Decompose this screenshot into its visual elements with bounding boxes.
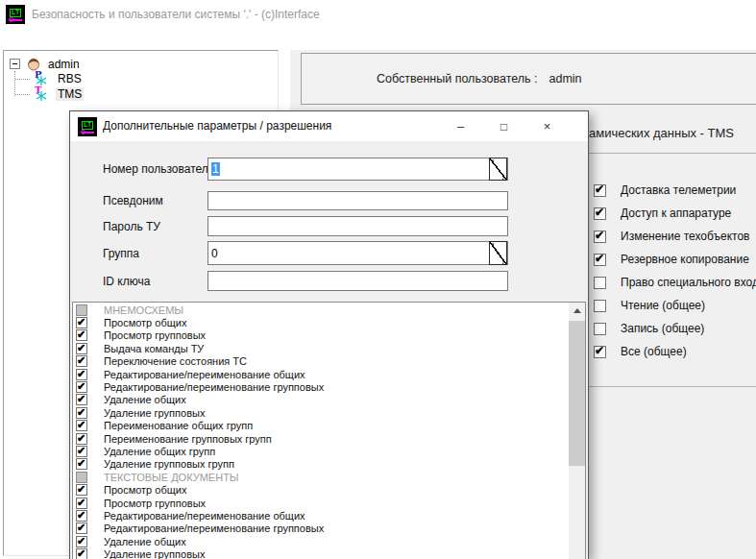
- scrollbar-up-button[interactable]: [569, 303, 585, 319]
- permission-checkbox-row[interactable]: Все (общее): [594, 340, 756, 363]
- checkbox-icon[interactable]: [76, 523, 87, 534]
- checkbox-icon[interactable]: [76, 510, 87, 522]
- field-value[interactable]: 1: [211, 162, 220, 176]
- checkbox-icon[interactable]: [594, 231, 606, 243]
- checkbox-icon[interactable]: [76, 498, 87, 509]
- permission-checkbox-row[interactable]: Право специального входа: [594, 271, 756, 294]
- spinner-up-icon[interactable]: ↑: [491, 240, 496, 250]
- tree-children: Р RBS Т TMS: [4, 71, 84, 102]
- permission-list-row[interactable]: Удаление общих: [73, 535, 569, 547]
- checkbox-icon[interactable]: [76, 458, 87, 470]
- checkbox-icon[interactable]: [76, 369, 87, 380]
- permission-list-row[interactable]: Удаление групповых: [73, 406, 569, 419]
- field-label: Группа: [103, 241, 139, 265]
- permission-list-row[interactable]: МНЕМОСХЕМЫ: [73, 304, 569, 316]
- checkbox-icon[interactable]: [76, 536, 87, 547]
- field-input[interactable]: ↑ ↓: [207, 216, 508, 236]
- checkbox-icon[interactable]: [76, 433, 87, 445]
- maximize-button[interactable]: □: [482, 111, 525, 141]
- close-button[interactable]: ×: [525, 111, 569, 141]
- permission-label: Редактирование/переименование общих: [104, 510, 305, 522]
- permissions-rows: МНЕМОСХЕМЫ Просмотр общих Просмотр групп…: [73, 304, 569, 559]
- permission-list-row[interactable]: ТЕКСТОВЫЕ ДОКУМЕНТЫ: [73, 471, 569, 483]
- checkbox-icon[interactable]: [594, 254, 606, 266]
- permission-checkbox-row[interactable]: Изменение техобъектов: [594, 225, 756, 248]
- dialog-field-row: ID ключа ↑ ↓: [103, 271, 508, 291]
- permissions-listbox[interactable]: МНЕМОСХЕМЫ Просмотр общих Просмотр групп…: [72, 302, 586, 559]
- checkbox-icon[interactable]: [76, 394, 87, 405]
- permission-list-row[interactable]: Переименование групповых групп: [73, 432, 569, 445]
- checkbox-icon[interactable]: [76, 446, 87, 457]
- checkbox-icon[interactable]: [594, 300, 606, 312]
- checkbox-icon[interactable]: [594, 346, 606, 358]
- permission-list-row[interactable]: Переключение состояния ТС: [73, 355, 569, 368]
- tree-node-label[interactable]: RBS: [56, 72, 84, 85]
- permission-list-row[interactable]: Просмотр групповых: [73, 497, 569, 509]
- permission-checkbox-row[interactable]: Чтение (общее): [594, 294, 756, 317]
- permission-label: Доставка телеметрии: [621, 183, 736, 197]
- permission-checkbox-row[interactable]: Запись (общее): [594, 317, 756, 340]
- field-input[interactable]: 0 ↑ ↓: [207, 241, 508, 265]
- checkbox-icon[interactable]: [76, 317, 87, 328]
- checkbox-icon[interactable]: [76, 472, 87, 483]
- tree-node-label[interactable]: TMS: [56, 87, 84, 101]
- permission-checkbox-row[interactable]: Доставка телеметрии: [594, 179, 756, 202]
- spinner[interactable]: ↑ ↓: [489, 241, 507, 265]
- checkbox-icon[interactable]: [594, 323, 606, 335]
- minimize-button[interactable]: –: [439, 111, 482, 141]
- checkbox-icon[interactable]: [594, 277, 606, 289]
- field-value[interactable]: 0: [211, 247, 218, 260]
- permission-list-row[interactable]: Удаление групповых: [73, 547, 569, 559]
- permission-list-row[interactable]: Редактирование/переименование групповых: [73, 380, 569, 393]
- permission-list-row[interactable]: Просмотр общих: [73, 483, 569, 496]
- permission-list-row[interactable]: Удаление общих групп: [73, 445, 569, 457]
- spinner-down-icon[interactable]: ↓: [501, 172, 506, 182]
- permission-list-row[interactable]: Переименование общих групп: [73, 420, 569, 432]
- checkbox-icon[interactable]: [76, 329, 87, 341]
- permission-list-row[interactable]: Редактирование/переименование общих: [73, 509, 569, 522]
- checkbox-icon[interactable]: [76, 548, 87, 559]
- checkbox-icon[interactable]: [76, 484, 87, 496]
- spinner[interactable]: ↑ ↓: [489, 158, 507, 181]
- permission-checkbox-row[interactable]: Доступ к аппаратуре: [594, 202, 756, 225]
- permission-list-row[interactable]: Просмотр групповых: [73, 329, 569, 342]
- permission-label: Редактирование/переименование групповых: [104, 381, 324, 393]
- vertical-scrollbar[interactable]: [569, 303, 585, 559]
- field-input[interactable]: ↑ ↓: [207, 271, 508, 291]
- permission-label: Редактирование/переименование групповых: [104, 523, 324, 534]
- spinner-down-icon[interactable]: ↓: [501, 256, 506, 266]
- field-input[interactable]: 1 ↑ ↓: [207, 158, 508, 181]
- checkbox-icon[interactable]: [76, 407, 87, 419]
- permission-label: Выдача команды ТУ: [104, 343, 204, 354]
- tree-node-admin[interactable]: admin: [10, 56, 82, 72]
- permission-label: Чтение (общее): [621, 299, 705, 312]
- tree-collapse-icon[interactable]: [10, 59, 20, 69]
- checkbox-icon[interactable]: [76, 304, 87, 316]
- field-input[interactable]: ↑ ↓: [207, 191, 508, 210]
- permission-list-row[interactable]: Удаление общих: [73, 394, 569, 406]
- server-groupbox-caption: амических данных - TMS: [589, 126, 734, 140]
- spinner-up-icon[interactable]: ↑: [491, 157, 496, 166]
- permission-list-row[interactable]: Редактирование/переименование общих: [73, 368, 569, 380]
- permission-list-row[interactable]: Удаление групповых групп: [73, 458, 569, 471]
- scrollbar-thumb[interactable]: [569, 321, 585, 466]
- permission-label: Удаление общих: [104, 394, 186, 405]
- tree-node[interactable]: Т TMS: [34, 86, 84, 102]
- field-label: Псевдоним: [103, 191, 163, 210]
- permission-label: Переименование общих групп: [104, 420, 253, 431]
- tree-node-label[interactable]: admin: [46, 58, 82, 71]
- permission-list-row[interactable]: Редактирование/переименование групповых: [73, 523, 569, 535]
- checkbox-icon[interactable]: [76, 343, 87, 354]
- main-window-title: Безопасность и пользователи системы '.' …: [32, 0, 320, 29]
- checkbox-icon[interactable]: [594, 184, 606, 197]
- dialog-titlebar[interactable]: LT Дополнительные параметры / разрешения…: [70, 111, 588, 141]
- permission-list-row[interactable]: Выдача команды ТУ: [73, 342, 569, 354]
- checkbox-icon[interactable]: [76, 355, 87, 367]
- permission-checkbox-row[interactable]: Резервное копирование: [594, 248, 756, 271]
- permission-list-row[interactable]: Просмотр общих: [73, 316, 569, 328]
- checkbox-icon[interactable]: [594, 207, 606, 220]
- checkbox-icon[interactable]: [76, 420, 87, 431]
- permission-label: Редактирование/переименование общих: [104, 369, 305, 380]
- dialog-field-row: Номер пользователя 1 ↑ ↓: [103, 158, 508, 181]
- checkbox-icon[interactable]: [76, 381, 87, 393]
